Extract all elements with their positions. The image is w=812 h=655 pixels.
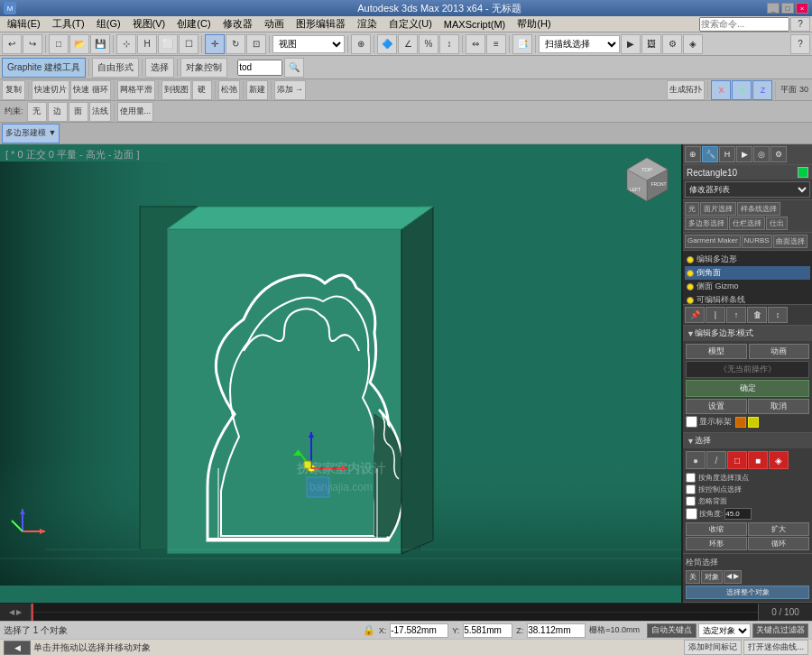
pin-stack-button[interactable]: 📌: [685, 307, 705, 323]
face-constraint[interactable]: 面: [69, 102, 88, 122]
reference-coord-select[interactable]: 视图 世界 屏幕: [272, 35, 345, 53]
modifier-enable-toggle[interactable]: [687, 297, 694, 304]
modifier-enable-toggle[interactable]: [687, 256, 694, 263]
confirm-button[interactable]: 确定: [686, 380, 809, 397]
align-button[interactable]: ≡: [486, 34, 506, 54]
undo-button[interactable]: ↩: [2, 34, 22, 54]
modifier-tab-output[interactable]: 仕出: [766, 217, 788, 230]
navigation-cube[interactable]: TOP FRONT LEFT: [623, 153, 672, 203]
show-cage-checkbox[interactable]: [686, 416, 697, 428]
angle-value-input[interactable]: [724, 508, 752, 520]
shrink-button[interactable]: 收缩: [686, 522, 747, 536]
redo-button[interactable]: ↪: [23, 34, 42, 54]
use-softsel[interactable]: 使用量...: [117, 102, 154, 122]
normal-constraint[interactable]: 法线: [89, 102, 111, 122]
new-button[interactable]: □: [49, 34, 69, 54]
nurbs-tab[interactable]: NURBS: [742, 235, 772, 248]
mod-bevel-face[interactable]: 倒角面: [685, 266, 810, 280]
surface-tab[interactable]: 曲面选择: [773, 235, 807, 248]
control-select-checkbox[interactable]: [686, 484, 696, 494]
modifier-tab-poly[interactable]: 多边形选择: [685, 217, 728, 230]
freeform-tab[interactable]: 自由形式: [92, 58, 139, 78]
menu-modifier[interactable]: 修改器: [217, 16, 258, 32]
autokey-button[interactable]: 自动关键点: [647, 623, 697, 638]
activeshade[interactable]: ◈: [683, 34, 703, 54]
menu-group[interactable]: 组(G): [91, 16, 126, 32]
nav-left-button[interactable]: ◀: [4, 641, 31, 655]
none-constraint[interactable]: 无: [27, 102, 47, 122]
percent-snap[interactable]: %: [419, 34, 438, 54]
snap-toggle[interactable]: 🔷: [377, 34, 397, 54]
menu-tools[interactable]: 工具(T): [47, 16, 90, 32]
menu-animation[interactable]: 动画: [259, 16, 290, 32]
grow-button[interactable]: 扩大: [748, 522, 809, 536]
mesh-smooth[interactable]: 网格平滑: [117, 80, 155, 100]
add-timekey-button[interactable]: 添加时间标记: [684, 640, 742, 655]
object-color-swatch[interactable]: [798, 167, 808, 178]
quick-slice[interactable]: 快速切片: [32, 80, 69, 100]
graphite-tools-label[interactable]: Graphite 建模工具: [2, 58, 86, 78]
make-unique-button[interactable]: ↕: [768, 307, 788, 323]
element-mode-btn[interactable]: ◈: [769, 451, 789, 469]
menu-render[interactable]: 渲染: [352, 16, 383, 32]
timeline-track[interactable]: [32, 604, 758, 621]
poly-model-btn[interactable]: 多边形建模 ▼: [2, 124, 60, 143]
window-crossing-button[interactable]: ☐: [179, 34, 198, 54]
quick-loop[interactable]: 快速 循环: [70, 80, 111, 100]
modifier-tab-spline[interactable]: 样条线选择: [737, 202, 780, 216]
render-setup[interactable]: ⚙: [662, 34, 682, 54]
motion-icon[interactable]: ▶: [736, 146, 752, 162]
graphite-search[interactable]: 🔍: [284, 58, 304, 78]
modifier-tab-patch[interactable]: 面片选择: [700, 202, 736, 216]
menu-create[interactable]: 创建(C): [171, 16, 216, 32]
menu-maxscript[interactable]: MAXScript(M): [438, 18, 511, 31]
edge-mode-btn[interactable]: /: [706, 451, 726, 469]
y-coord-input[interactable]: [463, 623, 512, 638]
select-name-button[interactable]: H: [137, 34, 157, 54]
show-result-button[interactable]: ↑: [726, 307, 746, 323]
anim-mode-btn[interactable]: 动画: [749, 344, 810, 359]
viewport-wrapper[interactable]: [ * 0 正交 0 平量 - 高光 - 边面 ]: [0, 144, 681, 603]
selection-header[interactable]: ▼ 选择: [683, 433, 812, 448]
minimize-button[interactable]: _: [767, 3, 780, 14]
menu-customize[interactable]: 自定义(U): [383, 16, 438, 32]
open-mini-curve-button[interactable]: 打开迷你曲线...: [743, 640, 808, 655]
ignore-backface-checkbox[interactable]: [686, 496, 696, 506]
mod-side-gizmo[interactable]: 侧面 Gizmo: [685, 280, 810, 293]
topology-btn[interactable]: 生成拓扑: [667, 80, 705, 100]
filter-off-btn[interactable]: 关: [686, 570, 700, 584]
new-btn[interactable]: 新建: [246, 80, 268, 100]
select-mode-select[interactable]: 选定对象: [698, 623, 751, 638]
edit-poly-header[interactable]: ▼ 编辑多边形:模式: [683, 326, 812, 341]
utility-icon[interactable]: ⚙: [770, 146, 787, 162]
select-region-button[interactable]: ⬜: [158, 34, 178, 54]
vertex-mode-btn[interactable]: ●: [686, 451, 706, 469]
relax-btn[interactable]: 松弛: [218, 80, 240, 100]
close-button[interactable]: ×: [796, 3, 808, 14]
lock-icon[interactable]: 🔒: [363, 624, 375, 636]
rotate-button[interactable]: ↻: [226, 34, 245, 54]
polygon-mode-btn[interactable]: ■: [748, 451, 768, 469]
graphite-input[interactable]: [237, 60, 282, 76]
mirror-button[interactable]: ⇔: [466, 34, 485, 54]
y-btn[interactable]: Y: [732, 80, 752, 100]
menu-view[interactable]: 视图(V): [127, 16, 171, 32]
z-coord-input[interactable]: [527, 623, 586, 638]
loop-button[interactable]: 循环: [748, 537, 809, 550]
selection-tab[interactable]: 选择: [145, 58, 174, 78]
modifier-tab-light[interactable]: 光: [685, 202, 699, 216]
to-view[interactable]: 到视图: [161, 80, 191, 100]
settings-button[interactable]: 设置: [686, 399, 747, 414]
maximize-button[interactable]: □: [781, 3, 794, 14]
select-all-obj-btn[interactable]: 选择整个对象: [686, 586, 809, 599]
garment-tab[interactable]: Garment Maker: [685, 235, 741, 248]
obj-control-tab[interactable]: 对象控制: [180, 58, 227, 78]
render-button[interactable]: ▶: [621, 34, 641, 54]
menu-graph[interactable]: 图形编辑器: [291, 16, 351, 32]
hierarchy-icon[interactable]: H: [719, 146, 735, 162]
hard-btn[interactable]: 硬: [192, 80, 212, 100]
display-icon[interactable]: ◎: [753, 146, 770, 162]
search-input[interactable]: [699, 17, 789, 32]
edge-constraint[interactable]: 边: [48, 102, 68, 122]
cancel-button[interactable]: 取消: [748, 399, 809, 414]
